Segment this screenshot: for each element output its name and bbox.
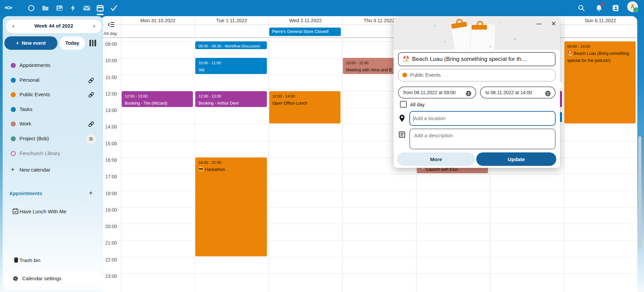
- new-event-button[interactable]: + New event: [4, 36, 57, 50]
- collapse-allday-icon[interactable]: [108, 22, 115, 27]
- sidebar-item-appointments[interactable]: Appointments: [3, 59, 100, 72]
- popup-illustration: ••• ×: [394, 17, 560, 50]
- sidebar-item-tasks[interactable]: Tasks: [3, 103, 100, 116]
- mail-icon[interactable]: [83, 4, 91, 12]
- calendar-color-dot: [11, 136, 16, 141]
- event-beach-luau[interactable]: 09:00 - 14:00Beach Luau (Bring something…: [564, 41, 636, 123]
- time-label: 15:00: [101, 141, 117, 146]
- hour-gridline: [101, 273, 637, 274]
- calendar-color-dot: [11, 121, 16, 126]
- start-datetime-button[interactable]: from 06.11.2022 at 09:00: [398, 86, 476, 99]
- files-icon[interactable]: [41, 4, 49, 12]
- end-datetime-button[interactable]: to 06.11.2022 at 14:00: [480, 86, 556, 99]
- calendar-name: Work: [19, 121, 31, 126]
- popup-arrow: [560, 82, 564, 89]
- shared-by-badge: B: [86, 134, 96, 144]
- timezone-globe-icon[interactable]: [466, 89, 472, 96]
- trash-bin-button[interactable]: Trash bin: [3, 254, 100, 267]
- avatar[interactable]: A: [627, 1, 638, 12]
- time-label: 16:00: [101, 158, 117, 162]
- contacts-icon[interactable]: [612, 4, 620, 12]
- calendar-settings-button[interactable]: Calendar settings: [3, 271, 103, 286]
- time-label: 13:00: [101, 108, 117, 113]
- week-columns-icon[interactable]: [89, 40, 97, 46]
- today-button[interactable]: Today: [59, 36, 85, 50]
- allday-toggle: All day: [400, 101, 425, 108]
- sidebar-item-fenchurch-library[interactable]: Fenchurch Library: [3, 147, 100, 160]
- sidebar-item-project-bob-[interactable]: Project (Bob)B: [3, 133, 100, 145]
- notification-badge: [601, 2, 604, 5]
- time-label: 20:00: [101, 224, 117, 229]
- search-icon[interactable]: [577, 4, 586, 12]
- share-link-icon[interactable]: [87, 120, 95, 128]
- dashboard-icon[interactable]: [27, 4, 35, 12]
- time-label: 11:00: [101, 75, 117, 80]
- allday-row-label: All day: [104, 31, 117, 36]
- timezone-globe-icon[interactable]: [545, 89, 551, 96]
- sidebar-item-have-lunch-with-me[interactable]: Have Lunch With Me: [3, 206, 100, 218]
- grid-column-line: [564, 16, 564, 292]
- time-label: 18:00: [101, 191, 117, 196]
- day-header: Sun 6.11.2022: [564, 18, 637, 25]
- calendar-color-dot: [11, 92, 16, 97]
- sidebar-item-public-events[interactable]: Public Events: [3, 88, 100, 101]
- calendar-color-dot: [11, 78, 16, 83]
- appointment-calendar-check-icon: [12, 208, 19, 215]
- hour-gridline: [101, 240, 637, 241]
- event-booking-tim-wizard[interactable]: 12:00 - 13:00Booking - Tim (Wizard): [122, 91, 193, 107]
- week-label: Week 44 of 2022: [6, 23, 102, 29]
- close-icon[interactable]: ×: [549, 19, 558, 28]
- week-navigation: ‹ Week 44 of 2022 ›: [6, 20, 102, 33]
- actions-menu-button[interactable]: •••: [534, 21, 544, 28]
- allday-event-pierres-general-store-closed[interactable]: Pierre's General Store Closed!: [269, 28, 341, 36]
- beach-umbrella-emoji-icon: [403, 54, 409, 61]
- calendar-name: Tasks: [19, 106, 32, 112]
- hour-gridline: [101, 191, 637, 191]
- grid-column-line: [269, 16, 269, 292]
- calendar-name: Public Events: [19, 92, 50, 97]
- calendar-select[interactable]: Public Events: [398, 69, 556, 81]
- gear-icon: [12, 275, 19, 282]
- tasks-icon[interactable]: [110, 4, 118, 12]
- grid-column-line: [195, 16, 195, 292]
- event-open-office-lunch[interactable]: 12:00 - 14:00Open Office Lunch: [269, 91, 340, 124]
- next-week-button[interactable]: ›: [90, 22, 98, 30]
- top-header-bar: A: [0, 0, 644, 16]
- appointments-section-title: Appointments: [9, 191, 42, 196]
- vertical-scrollbar[interactable]: [638, 136, 641, 249]
- calendar-icon[interactable]: [96, 4, 104, 12]
- update-button[interactable]: Update: [476, 152, 556, 166]
- online-status-dot: [633, 7, 639, 13]
- nextcloud-calendar-app: A ‹ Week 44 of 2022 › + New event Today …: [0, 0, 644, 292]
- activity-icon[interactable]: [69, 4, 77, 12]
- add-appointment-button[interactable]: +: [87, 189, 94, 197]
- photos-icon[interactable]: [55, 4, 64, 12]
- time-label: 17:00: [101, 174, 117, 179]
- calendar-name: Project (Bob): [19, 136, 49, 141]
- location-input[interactable]: Add a location: [409, 111, 556, 126]
- event-title-input[interactable]: Beach Luau (Bring something special for …: [398, 52, 556, 66]
- share-link-icon[interactable]: [87, 77, 95, 84]
- description-input[interactable]: Add a description: [409, 129, 556, 149]
- event-booking-arthur-dent[interactable]: 12:00 - 13:00Booking - Arthur Dent: [195, 91, 267, 107]
- time-label: 19:00: [101, 208, 117, 212]
- allday-checkbox[interactable]: [400, 101, 407, 108]
- new-calendar-button[interactable]: + New calendar: [3, 164, 100, 177]
- sidebar-item-personal[interactable]: Personal: [3, 74, 100, 87]
- event-workflow-discussion[interactable]: 09:00 - 09:30 - Workflow Discussion: [195, 41, 267, 49]
- hour-gridline: [101, 257, 637, 257]
- nextcloud-logo[interactable]: [4, 4, 21, 12]
- calendar-name: Appointments: [19, 62, 50, 68]
- calendar-name: Fenchurch Library: [19, 150, 60, 156]
- calendar-name: Personal: [19, 77, 39, 83]
- time-label: 21:00: [101, 241, 117, 245]
- more-button[interactable]: More: [397, 152, 475, 166]
- event-vet[interactable]: 10:00 - 11:00Vet: [195, 58, 267, 74]
- calendar-color-dot: [402, 73, 407, 77]
- calendar-color-dot: [11, 63, 16, 68]
- location-pin-icon: [399, 114, 405, 122]
- sidebar-item-work[interactable]: Work: [3, 118, 100, 131]
- share-link-icon[interactable]: [87, 91, 95, 99]
- event-hackathon[interactable]: 16:00 - 22:00Hackathon: [195, 157, 267, 256]
- hour-gridline: [101, 207, 637, 208]
